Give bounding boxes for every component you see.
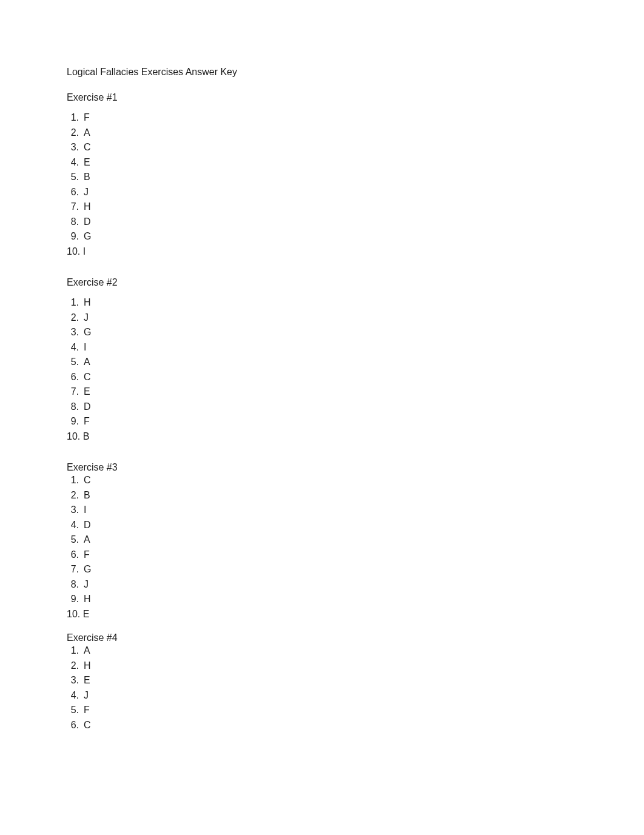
answer-letter: F <box>81 703 90 718</box>
answer-number: 9. <box>67 592 81 607</box>
answer-combined: 10. E <box>67 607 89 622</box>
answer-row: 3.C <box>67 140 644 155</box>
answer-number: 6. <box>67 718 81 733</box>
answer-row: 9.G <box>67 229 644 244</box>
answer-number: 8. <box>67 577 81 592</box>
exercise-heading: Exercise #1 <box>67 92 644 103</box>
answer-list: 1.C2.B3.I4.D5.A6.F7.G8.J9.H10. E <box>67 473 644 622</box>
answer-letter: F <box>81 414 90 429</box>
answer-row: 10. I <box>67 244 644 260</box>
answer-letter: A <box>81 643 90 659</box>
answer-letter: A <box>81 532 90 548</box>
answer-number: 9. <box>67 414 81 429</box>
answer-row: 10. B <box>67 429 644 444</box>
exercise-heading: Exercise #3 <box>67 462 644 473</box>
answer-row: 3.I <box>67 503 644 518</box>
answer-letter: H <box>81 659 91 674</box>
answer-row: 9.H <box>67 592 644 607</box>
answer-row: 4.J <box>67 688 644 703</box>
answer-letter: H <box>81 592 91 607</box>
answer-number: 3. <box>67 140 81 155</box>
answer-number: 5. <box>67 355 81 370</box>
answer-row: 5.F <box>67 703 644 718</box>
answer-row: 8.J <box>67 577 644 592</box>
answer-row: 7.E <box>67 384 644 400</box>
answer-row: 5.A <box>67 355 644 370</box>
answer-row: 1.F <box>67 110 644 126</box>
answer-combined: 10. B <box>67 429 89 444</box>
answer-letter: G <box>81 229 91 244</box>
answer-letter: E <box>81 673 90 688</box>
answer-letter: C <box>81 140 91 155</box>
answer-row: 2.H <box>67 659 644 674</box>
answer-letter: G <box>81 325 91 340</box>
answer-letter: J <box>81 185 89 200</box>
answer-number: 3. <box>67 503 81 518</box>
answer-number: 3. <box>67 673 81 688</box>
answer-number: 5. <box>67 703 81 718</box>
answer-number: 1. <box>67 643 81 659</box>
answer-row: 8.D <box>67 215 644 230</box>
answer-row: 7.G <box>67 562 644 577</box>
answer-row: 4.E <box>67 155 644 170</box>
answer-number: 8. <box>67 215 81 230</box>
answer-letter: C <box>81 473 91 488</box>
answer-list: 1.H2.J3.G4.I5.A6.C7.E8.D9.F10. B <box>67 295 644 444</box>
exercise-3-section: Exercise #3 1.C2.B3.I4.D5.A6.F7.G8.J9.H1… <box>67 462 644 622</box>
answer-row: 6.C <box>67 370 644 385</box>
answer-letter: F <box>81 548 90 563</box>
answer-number: 6. <box>67 185 81 200</box>
answer-row: 3.E <box>67 673 644 688</box>
page-title: Logical Fallacies Exercises Answer Key <box>67 67 644 78</box>
answer-letter: D <box>81 400 91 415</box>
answer-number: 1. <box>67 473 81 488</box>
answer-number: 2. <box>67 488 81 503</box>
answer-row: 3.G <box>67 325 644 340</box>
answer-row: 7.H <box>67 200 644 215</box>
answer-letter: G <box>81 562 91 577</box>
answer-number: 4. <box>67 518 81 533</box>
answer-letter: H <box>81 200 91 215</box>
answer-number: 9. <box>67 229 81 244</box>
answer-number: 8. <box>67 400 81 415</box>
answer-combined: 10. I <box>67 244 86 260</box>
answer-row: 1.H <box>67 295 644 310</box>
answer-letter: A <box>81 126 90 141</box>
answer-row: 6.F <box>67 548 644 563</box>
answer-letter: F <box>81 110 90 126</box>
answer-number: 1. <box>67 295 81 310</box>
answer-number: 4. <box>67 155 81 170</box>
answer-list: 1.A2.H3.E4.J5.F6.C <box>67 643 644 733</box>
answer-number: 5. <box>67 532 81 548</box>
answer-row: 6.J <box>67 185 644 200</box>
answer-letter: J <box>81 577 89 592</box>
answer-row: 2.A <box>67 126 644 141</box>
exercise-4-section: Exercise #4 1.A2.H3.E4.J5.F6.C <box>67 632 644 733</box>
exercise-heading: Exercise #2 <box>67 277 644 288</box>
answer-letter: D <box>81 518 91 533</box>
answer-number: 1. <box>67 110 81 126</box>
answer-letter: I <box>81 503 86 518</box>
answer-letter: C <box>81 718 91 733</box>
answer-number: 4. <box>67 340 81 355</box>
answer-row: 1.A <box>67 643 644 659</box>
answer-number: 6. <box>67 370 81 385</box>
answer-number: 7. <box>67 200 81 215</box>
answer-row: 5.A <box>67 532 644 548</box>
answer-letter: H <box>81 295 91 310</box>
answer-number: 2. <box>67 126 81 141</box>
exercise-heading: Exercise #4 <box>67 632 644 643</box>
answer-row: 2.J <box>67 310 644 326</box>
answer-number: 2. <box>67 310 81 326</box>
answer-number: 4. <box>67 688 81 703</box>
answer-letter: D <box>81 215 91 230</box>
answer-letter: J <box>81 310 89 326</box>
answer-letter: J <box>81 688 89 703</box>
answer-letter: E <box>81 155 90 170</box>
exercise-1-section: Exercise #1 1.F2.A3.C4.E5.B6.J7.H8.D9.G1… <box>67 92 644 259</box>
answer-row: 1.C <box>67 473 644 488</box>
answer-row: 2.B <box>67 488 644 503</box>
answer-row: 9.F <box>67 414 644 429</box>
answer-number: 7. <box>67 384 81 400</box>
answer-number: 7. <box>67 562 81 577</box>
